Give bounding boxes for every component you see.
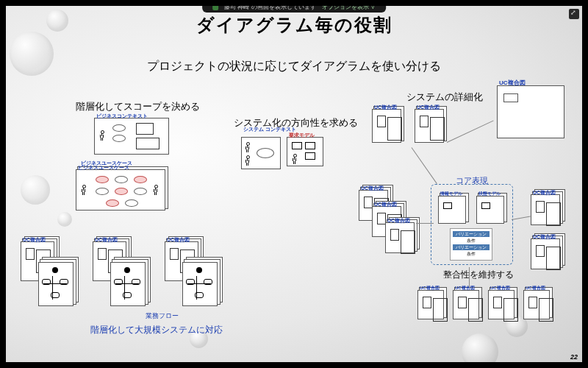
slide: 藤司 神崎 の画面を表示しています オプションを表示 ∨ ダイアグラム毎の役割 … (6, 6, 582, 362)
diagram-uc-composite-large: UC複合図 (497, 85, 564, 138)
diagram-uc: UC複合図 (531, 194, 560, 225)
decoration-bubble (10, 32, 54, 76)
expand-icon[interactable] (569, 9, 579, 19)
diagram-state-model: 状態モデル (476, 196, 504, 224)
connector (412, 147, 437, 184)
heading-hierarchical: 階層化して大規模システムに対応 (90, 324, 223, 336)
sharing-icon (212, 6, 218, 10)
diagram-uc: UC複合図 (531, 238, 560, 269)
diagram-requirement-model: 要求モデル (287, 137, 323, 166)
slide-title: ダイアグラム毎の役割 (196, 13, 392, 37)
diagram-info-model: 情報モデル (438, 196, 466, 224)
heading-consistency: 整合性を維持する (443, 269, 514, 281)
heading-detail: システムの詳細化 (406, 91, 483, 104)
label: ビジネスユースケース (81, 160, 132, 167)
variation-table: バリエーション 条件 バリエーション 条件 (450, 228, 492, 261)
connector (469, 267, 470, 288)
label: 要求モデル (289, 132, 315, 139)
diagram-business-usecase: ビジネスユースケース ビジネスユースケース (76, 169, 165, 210)
connector (512, 216, 531, 219)
decoration-bubble (462, 333, 498, 362)
diagram-uc: UC複合図 (453, 290, 479, 319)
diagram-uc: UC複合図 (372, 109, 401, 143)
diagram-uc: UC複合図 (385, 222, 415, 253)
page-number: 22 (570, 353, 578, 361)
connector (416, 223, 434, 224)
decoration-bubble (46, 10, 68, 32)
slide-subtitle: プロジェクトの状況に応じてダイアグラムを使い分ける (147, 59, 441, 74)
diagram-uc: UC複合図 (488, 290, 514, 319)
diagram-uc: UC複合図 (415, 109, 444, 143)
diagram-system-context: システム コンテキスト (241, 137, 281, 169)
diagram-business-context: ビジネスコンテキスト (94, 118, 169, 155)
sharing-bar: 藤司 神崎 の画面を表示しています オプションを表示 ∨ (202, 6, 386, 13)
connector (447, 120, 494, 142)
diagram-uc: UC複合図 (523, 290, 550, 319)
label: ビジネスコンテキスト (96, 113, 148, 120)
heading-scope: 階層化してスコープを決める (76, 100, 200, 113)
decoration-bubble (57, 212, 72, 227)
label: UC複合図 (499, 79, 526, 87)
diagram-uc: UC複合図 (417, 290, 444, 319)
decoration-bubble (21, 175, 50, 205)
sharing-text: 藤司 神崎 の画面を表示しています (224, 6, 315, 11)
options-button[interactable]: オプションを表示 ∨ (322, 6, 376, 11)
label-flow: 業務フロー (146, 311, 179, 321)
